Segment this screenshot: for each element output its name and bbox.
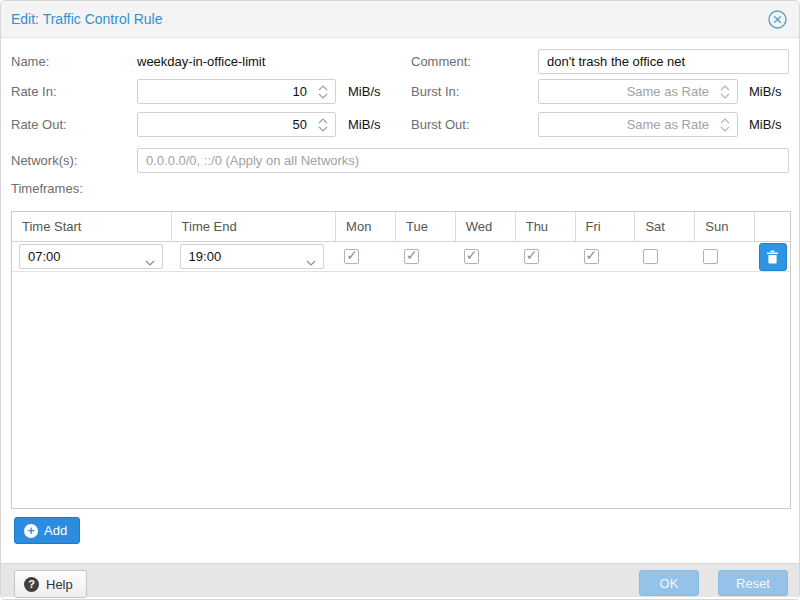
- rate-out-label: Rate Out:: [11, 112, 67, 137]
- checkbox-wed[interactable]: [464, 249, 479, 264]
- time-start-value: 07:00: [28, 249, 61, 264]
- rate-out-unit: MiB/s: [348, 112, 381, 137]
- chevron-down-icon: [306, 254, 316, 269]
- rate-out-input[interactable]: [137, 112, 336, 137]
- networks-label: Network(s):: [11, 148, 77, 173]
- col-header-thu[interactable]: Thu: [516, 212, 576, 241]
- question-circle-icon: ?: [24, 577, 39, 592]
- burst-in-label: Burst In:: [411, 79, 459, 104]
- spinner-down-icon: [720, 93, 730, 99]
- comment-label: Comment:: [411, 49, 471, 74]
- col-header-tue[interactable]: Tue: [396, 212, 456, 241]
- col-header-wed[interactable]: Wed: [456, 212, 516, 241]
- rate-in-spinner[interactable]: [312, 80, 334, 103]
- burst-out-spinner[interactable]: [714, 113, 736, 136]
- timeframes-table: Time Start Time End Mon Tue Wed Thu Fri …: [11, 211, 791, 509]
- comment-input[interactable]: [538, 49, 789, 74]
- window-title: Edit: Traffic Control Rule: [11, 1, 162, 37]
- close-icon[interactable]: [768, 10, 787, 29]
- trash-icon: [766, 250, 779, 264]
- burst-in-input[interactable]: [538, 79, 738, 104]
- spinner-down-icon: [318, 126, 328, 132]
- checkbox-sat[interactable]: [643, 249, 658, 264]
- spinner-up-icon: [720, 118, 730, 124]
- col-header-sat[interactable]: Sat: [635, 212, 695, 241]
- burst-out-unit: MiB/s: [749, 112, 782, 137]
- timeframes-label: Timeframes:: [11, 179, 83, 199]
- networks-input[interactable]: [137, 148, 789, 173]
- ok-button[interactable]: OK: [639, 570, 699, 596]
- col-header-time-start[interactable]: Time Start: [12, 212, 172, 241]
- reset-button-label: Reset: [736, 576, 770, 591]
- spinner-down-icon: [720, 126, 730, 132]
- spinner-up-icon: [318, 85, 328, 91]
- name-value: weekday-in-office-limit: [137, 49, 265, 74]
- burst-in-unit: MiB/s: [749, 79, 782, 104]
- time-end-combo[interactable]: 19:00: [180, 244, 324, 269]
- ok-button-label: OK: [660, 576, 679, 591]
- checkbox-fri[interactable]: [584, 249, 599, 264]
- spinner-down-icon: [318, 93, 328, 99]
- timeframe-row: 07:00 19:00: [12, 242, 790, 272]
- burst-out-label: Burst Out:: [411, 112, 470, 137]
- time-end-value: 19:00: [189, 249, 222, 264]
- checkbox-thu[interactable]: [524, 249, 539, 264]
- add-button-label: Add: [44, 523, 67, 538]
- plus-circle-icon: +: [24, 524, 38, 538]
- timeframes-table-header: Time Start Time End Mon Tue Wed Thu Fri …: [12, 212, 790, 242]
- window-header: Edit: Traffic Control Rule: [1, 1, 799, 38]
- name-label: Name:: [11, 49, 49, 74]
- col-header-mon[interactable]: Mon: [336, 212, 396, 241]
- rate-in-label: Rate In:: [11, 79, 57, 104]
- add-button[interactable]: + Add: [14, 517, 80, 544]
- help-button[interactable]: ? Help: [14, 570, 87, 598]
- burst-in-field: [538, 79, 738, 104]
- rate-out-field: [137, 112, 336, 137]
- rate-out-spinner[interactable]: [312, 113, 334, 136]
- rate-in-field: [137, 79, 336, 104]
- rate-in-input[interactable]: [137, 79, 336, 104]
- burst-in-spinner[interactable]: [714, 80, 736, 103]
- rate-in-unit: MiB/s: [348, 79, 381, 104]
- burst-out-field: [538, 112, 738, 137]
- spinner-up-icon: [318, 118, 328, 124]
- spinner-up-icon: [720, 85, 730, 91]
- col-header-actions: [755, 212, 790, 241]
- checkbox-sun[interactable]: [703, 249, 718, 264]
- checkbox-tue[interactable]: [404, 249, 419, 264]
- reset-button[interactable]: Reset: [718, 570, 788, 596]
- bottom-toolbar: ? Help OK Reset: [1, 563, 799, 597]
- col-header-time-end[interactable]: Time End: [172, 212, 337, 241]
- checkbox-mon[interactable]: [344, 249, 359, 264]
- chevron-down-icon: [145, 254, 155, 269]
- col-header-fri[interactable]: Fri: [576, 212, 636, 241]
- col-header-sun[interactable]: Sun: [695, 212, 755, 241]
- time-start-combo[interactable]: 07:00: [19, 244, 163, 269]
- help-button-label: Help: [46, 577, 73, 592]
- edit-traffic-control-rule-window: Edit: Traffic Control Rule Name: weekday…: [0, 0, 800, 600]
- burst-out-input[interactable]: [538, 112, 738, 137]
- delete-row-button[interactable]: [759, 243, 787, 271]
